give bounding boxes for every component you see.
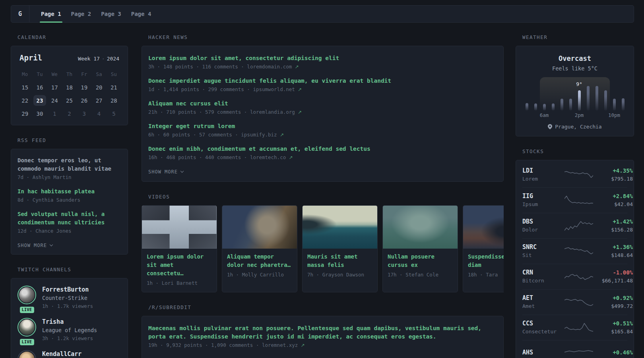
twitch-channel[interactable]: LIVE ForrestBurton Counter-Strike 1h · 1… xyxy=(17,286,121,310)
rss-item-title[interactable]: Sed volutpat nulla nisl, a condimentum n… xyxy=(17,210,121,227)
calendar-day-selected: 23 xyxy=(33,95,46,106)
hackernews-list: Lorem ipsum dolor sit amet, consectetur … xyxy=(148,54,497,162)
stock-sparkline xyxy=(564,167,593,182)
rss-item-title[interactable]: Donec tempor eros leo, ut commodo mauris… xyxy=(17,156,121,173)
calendar-widget: CALENDAR April Week 17·2024 MoTuWeThFrSa… xyxy=(11,34,128,125)
external-link-icon: ↗ xyxy=(298,109,302,115)
twitch-card: LIVE ForrestBurton Counter-Strike 1h · 1… xyxy=(11,278,128,358)
stock-symbol: CRN xyxy=(522,268,564,277)
source-domain[interactable]: loremnet.xyz xyxy=(262,342,298,348)
page-tabs: Page 1Page 2Page 3Page 4 xyxy=(29,6,152,22)
source-domain[interactable]: loremdomain.com xyxy=(247,64,292,70)
stock-values: -1.00% $66,171.48 xyxy=(593,268,633,284)
source-domain[interactable]: ipsumworld.net xyxy=(253,86,295,92)
weekday-header: Su xyxy=(107,68,121,81)
hn-item-meta: 16h · 468 points · 440 comments · loremt… xyxy=(148,153,497,162)
stocks-widget-label: STOCKS xyxy=(522,148,634,155)
video-card[interactable]: Lorem ipsum dolor sit amet consectetu… 1… xyxy=(142,205,217,292)
tab-page-2[interactable]: Page 2 xyxy=(70,6,93,22)
stock-change: -1.00% xyxy=(593,268,633,277)
twitch-channel[interactable]: LIVE Trisha League of Legends 3h · 1.2k … xyxy=(17,318,121,342)
right-column: WEATHER Overcast Feels like 5°C 9° 6am2p… xyxy=(516,34,634,358)
stock-row[interactable]: SNRC Sit +1.36% $148.64 xyxy=(522,238,627,264)
rss-show-more-button[interactable]: SHOW MORE xyxy=(17,243,52,248)
source-domain[interactable]: loremlandia.org xyxy=(250,109,295,115)
weather-bars: 9° xyxy=(522,77,627,111)
video-card-body: Aliquam tempor dolor nec pharetra… 1h · … xyxy=(222,249,297,284)
hn-show-more-button[interactable]: SHOW MORE xyxy=(148,169,183,175)
video-meta: 1h · Lori Barnett xyxy=(147,280,212,287)
external-link-icon: ↗ xyxy=(295,64,299,70)
stock-sparkline xyxy=(564,320,593,335)
external-link-icon: ↗ xyxy=(301,342,305,348)
stock-spark-wrap xyxy=(564,320,593,335)
chevron-down-icon xyxy=(180,169,184,173)
video-card[interactable]: Aliquam tempor dolor nec pharetra… 1h · … xyxy=(222,205,297,292)
subreddit-widget: /R/SUBREDDIT Maecenas mollis pulvinar er… xyxy=(142,304,504,358)
tab-page-3[interactable]: Page 3 xyxy=(100,6,122,22)
stock-price: $156.28 xyxy=(593,226,633,233)
video-meta: 18h · Tara xyxy=(468,271,504,278)
video-card[interactable]: Mauris sit amet massa felis 7h · Grayson… xyxy=(302,205,378,292)
video-card-body: Mauris sit amet massa felis 7h · Grayson… xyxy=(303,249,377,284)
stock-values: +2.84% $42.04 xyxy=(593,192,633,208)
calendar-day: 15 xyxy=(19,82,31,93)
channel-name: Trisha xyxy=(42,318,97,326)
source-domain[interactable]: loremtech.co xyxy=(250,154,286,160)
tab-page-1[interactable]: Page 1 xyxy=(40,6,62,22)
weekday-header: Mo xyxy=(17,68,32,81)
hn-item-title[interactable]: Donec imperdiet augue tincidunt felis al… xyxy=(148,77,497,85)
rss-item: Donec tempor eros leo, ut commodo mauris… xyxy=(17,156,121,181)
calendar-week-year: Week 17·2024 xyxy=(78,56,119,62)
hackernews-card: Lorem ipsum dolor sit amet, consectetur … xyxy=(142,46,504,182)
video-card[interactable]: Suspendisse diam 18h · Tara xyxy=(463,205,504,292)
hn-item-title[interactable]: Aliquam nec cursus elit xyxy=(148,99,497,108)
stock-row[interactable]: LDI Lorem +4.35% $795.18 xyxy=(522,162,627,187)
stock-id: LDI Lorem xyxy=(522,167,564,183)
hn-item-title[interactable]: Integer eget rutrum lorem xyxy=(148,122,497,130)
stock-values: +0.51% $165.84 xyxy=(593,319,633,335)
subreddit-post-title[interactable]: Maecenas mollis pulvinar erat non posuer… xyxy=(148,324,497,341)
calendar-day: 1 xyxy=(48,108,61,119)
stock-symbol: DBS xyxy=(522,218,564,226)
hn-item-title[interactable]: Lorem ipsum dolor sit amet, consectetur … xyxy=(148,54,497,62)
external-link-icon: ↗ xyxy=(298,87,302,92)
video-meta: 7h · Grayson Dawson xyxy=(307,271,372,278)
videos-row: Lorem ipsum dolor sit amet consectetu… 1… xyxy=(142,205,504,292)
weather-bar-slot xyxy=(557,99,566,111)
stock-price: $66,171.48 xyxy=(593,277,633,284)
stock-row[interactable]: AHS +0.46% xyxy=(522,340,627,358)
stock-row[interactable]: DBS Dolor +1.42% $156.28 xyxy=(522,213,627,238)
hn-item: Donec enim nibh, condimentum et accumsan… xyxy=(148,145,497,162)
hn-item-title[interactable]: Donec enim nibh, condimentum et accumsan… xyxy=(148,145,497,153)
stock-row[interactable]: IIG Ipsum +2.84% $42.04 xyxy=(522,187,627,213)
calendar-widget-label: CALENDAR xyxy=(17,34,128,41)
video-title: Aliquam tempor dolor nec pharetra… xyxy=(227,253,292,269)
show-more-label: SHOW MORE xyxy=(17,243,47,248)
video-card[interactable]: Nullam posuere cursus ex 17h · Stefan Co… xyxy=(382,205,458,292)
stock-change: +0.92% xyxy=(593,294,633,302)
hn-item: Donec imperdiet augue tincidunt felis al… xyxy=(148,77,497,94)
stock-row[interactable]: CCS Consectetur +0.51% $165.84 xyxy=(522,315,627,340)
stock-values: +1.36% $148.64 xyxy=(593,243,633,259)
stock-row[interactable]: AET Amet +0.92% $499.72 xyxy=(522,289,627,315)
weather-bar xyxy=(569,99,572,111)
avatar-ring xyxy=(17,350,36,358)
source-domain[interactable]: ipsumify.biz xyxy=(241,132,277,138)
video-thumbnail xyxy=(222,206,297,249)
weather-bar xyxy=(587,86,590,111)
channel-info: ForrestBurton Counter-Strike 1h · 1.7k v… xyxy=(42,286,93,310)
calendar-day: 30 xyxy=(33,108,46,119)
tab-page-4[interactable]: Page 4 xyxy=(130,6,153,22)
weather-widget-label: WEATHER xyxy=(522,34,634,41)
calendar-day: 5 xyxy=(108,108,120,119)
avatar-wrap: LIVE xyxy=(17,286,36,310)
stock-id: SNRC Sit xyxy=(522,243,564,259)
rss-item-title[interactable]: In hac habitasse platea xyxy=(17,187,121,196)
twitch-channel[interactable]: KendallCarr xyxy=(17,350,121,358)
stock-row[interactable]: CRN Bitcorn -1.00% $66,171.48 xyxy=(522,264,627,289)
weather-bar-slot xyxy=(619,98,627,111)
calendar-day: 21 xyxy=(108,82,120,93)
app-logo[interactable]: G xyxy=(11,6,29,22)
stock-sparkline xyxy=(564,269,593,284)
